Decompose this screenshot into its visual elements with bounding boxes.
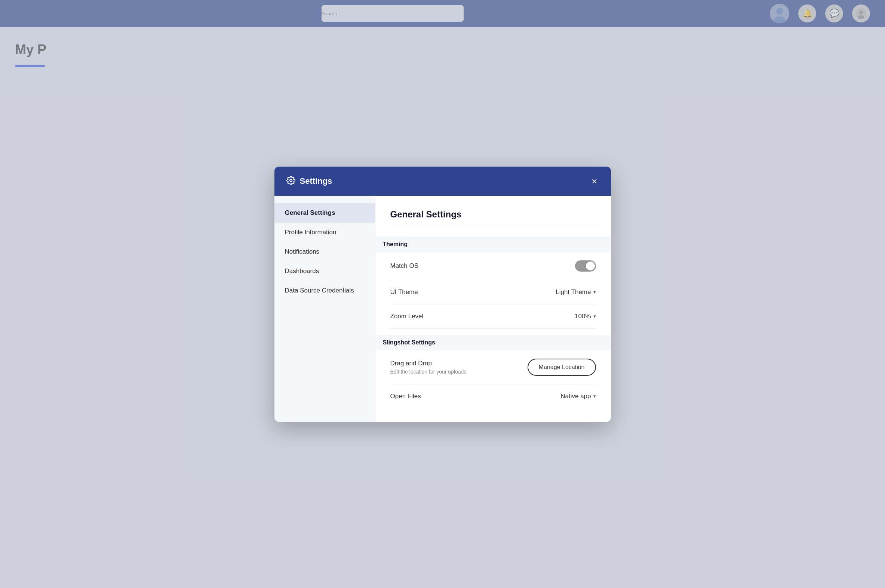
main-section-title: General Settings	[390, 209, 596, 226]
open-files-dropdown[interactable]: Native app ▾	[560, 393, 596, 400]
modal-overlay: Settings × General Settings Profile Info…	[0, 0, 885, 588]
drag-and-drop-sublabel: Edit the location for your uploads	[390, 369, 467, 375]
ui-theme-dropdown[interactable]: Light Theme ▾	[555, 288, 596, 296]
sidebar-item-data-source-credentials[interactable]: Data Source Credentials	[274, 281, 375, 300]
ui-theme-label: UI Theme	[390, 288, 418, 296]
chevron-down-icon: ▾	[593, 393, 596, 399]
settings-modal: Settings × General Settings Profile Info…	[274, 166, 611, 422]
open-files-value: Native app	[560, 393, 591, 400]
zoom-level-label: Zoom Level	[390, 313, 424, 320]
svg-point-6	[290, 179, 292, 182]
match-os-label: Match OS	[390, 262, 419, 270]
modal-title: Settings	[300, 176, 333, 186]
modal-main-content: General Settings Theming Match OS UI The…	[375, 196, 611, 422]
sidebar-item-profile-information[interactable]: Profile Information	[274, 223, 375, 242]
ui-theme-value: Light Theme	[555, 288, 591, 296]
modal-header-left: Settings	[286, 176, 333, 186]
drag-and-drop-labels: Drag and Drop Edit the location for your…	[390, 360, 467, 375]
match-os-toggle[interactable]	[575, 260, 596, 272]
drag-and-drop-row: Drag and Drop Edit the location for your…	[390, 350, 596, 384]
settings-gear-icon	[286, 176, 295, 186]
zoom-level-row: Zoom Level 100% ▾	[390, 304, 596, 329]
drag-and-drop-label: Drag and Drop	[390, 360, 467, 367]
sidebar-item-notifications[interactable]: Notifications	[274, 242, 375, 261]
zoom-level-dropdown[interactable]: 100% ▾	[575, 313, 596, 320]
modal-close-button[interactable]: ×	[590, 175, 599, 188]
sidebar-item-dashboards[interactable]: Dashboards	[274, 261, 375, 281]
manage-location-button[interactable]: Manage Location	[528, 358, 596, 376]
toggle-knob	[586, 261, 595, 270]
sidebar-item-general-settings[interactable]: General Settings	[274, 203, 375, 223]
chevron-down-icon: ▾	[593, 289, 596, 295]
slingshot-section-header: Slingshot Settings	[375, 335, 611, 350]
modal-sidebar: General Settings Profile Information Not…	[274, 196, 375, 422]
match-os-row: Match OS	[390, 252, 596, 280]
zoom-level-value: 100%	[575, 313, 591, 320]
modal-body: General Settings Profile Information Not…	[274, 196, 611, 422]
open-files-row: Open Files Native app ▾	[390, 384, 596, 408]
open-files-label: Open Files	[390, 393, 421, 400]
theming-section-header: Theming	[375, 237, 611, 252]
chevron-down-icon: ▾	[593, 314, 596, 319]
modal-header: Settings ×	[274, 166, 611, 196]
ui-theme-row: UI Theme Light Theme ▾	[390, 280, 596, 304]
